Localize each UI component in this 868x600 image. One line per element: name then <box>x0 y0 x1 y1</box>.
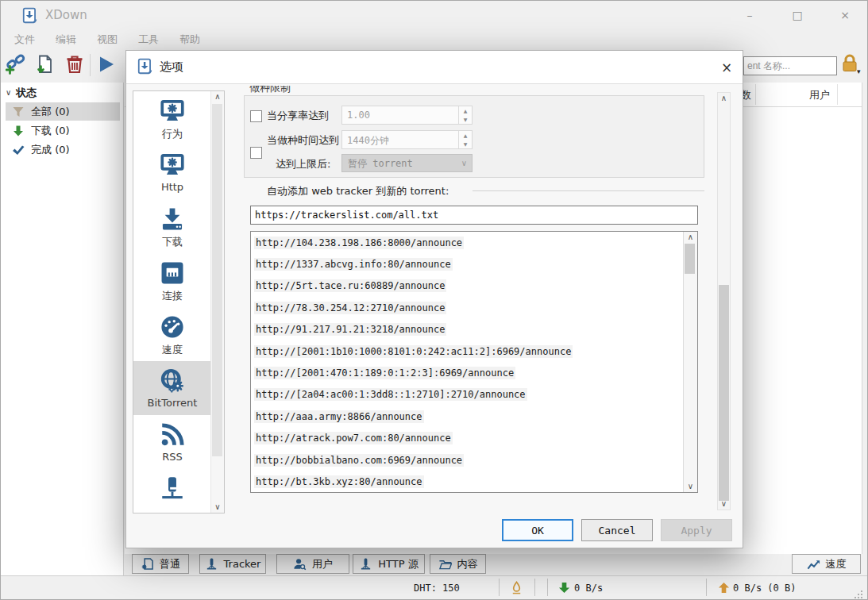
close-button[interactable]: × <box>827 1 863 29</box>
download-tray-icon <box>159 206 186 233</box>
seed-time-checkbox[interactable] <box>250 147 262 159</box>
http-source-icon <box>359 557 372 571</box>
tracker-row[interactable]: http://5rt.tace.ru:60889/announce <box>251 275 697 297</box>
gear-page-icon <box>141 557 154 571</box>
scrollbar-thumb[interactable] <box>685 244 695 274</box>
share-ratio-checkbox[interactable] <box>250 110 262 122</box>
options-nav: 行为 Http 下载 连接 速度 <box>133 90 225 513</box>
dht-status: DHT: 150 <box>414 583 460 594</box>
add-link-button[interactable] <box>6 54 28 76</box>
share-ratio-spinbox: 1.00 ▲▼ <box>341 106 473 125</box>
limit-action-label: 达到上限后: <box>276 157 330 171</box>
spin-down-icon: ▼ <box>459 140 472 148</box>
menu-help[interactable]: 帮助 <box>169 29 210 50</box>
window-title: XDown <box>45 8 87 22</box>
tracker-row[interactable]: http://[2a04:ac00:1:3dd8::1:2710]:2710/a… <box>251 384 697 406</box>
nav-http[interactable]: Http <box>133 145 211 199</box>
share-ratio-label: 当分享率达到 <box>267 109 329 123</box>
tracker-row[interactable]: http://atrack.pow7.com:80/announce <box>251 428 697 449</box>
dialog-close-button[interactable]: × <box>716 57 738 78</box>
spin-up-icon: ▲ <box>459 131 472 140</box>
tracker-list[interactable]: http://104.238.198.186:8000/announce htt… <box>250 231 698 493</box>
tab-http-source[interactable]: HTTP 源 <box>353 554 425 574</box>
start-button[interactable] <box>96 54 118 76</box>
folder-icon <box>438 557 452 571</box>
ok-button[interactable]: OK <box>502 519 573 541</box>
limit-action-dropdown: 暂停 torrent ∨ <box>341 154 473 172</box>
tracker-list-url-input[interactable] <box>250 206 698 225</box>
column-header-user[interactable]: 用户 <box>809 88 830 102</box>
nav-behavior[interactable]: 行为 <box>133 91 211 145</box>
nav-speed[interactable]: 速度 <box>133 307 211 361</box>
chevron-down-icon: ∨ <box>461 158 467 169</box>
tracker-row[interactable]: http://bobbialbano.com:6969/announce <box>251 449 697 471</box>
spin-buttons: ▲▼ <box>458 131 472 148</box>
menu-view[interactable]: 视图 <box>87 29 128 50</box>
gauge-icon <box>159 313 186 340</box>
download-arrow-icon <box>12 125 25 137</box>
tracker-row[interactable]: http://[2001:1b10:1000:8101:0:242:ac11:2… <box>251 340 697 362</box>
scroll-down-icon[interactable]: ∨ <box>211 502 224 513</box>
tracker-row[interactable]: http://[2001:470:1:189:0:1:2:3]:6969/ann… <box>251 362 697 383</box>
group-frame-line <box>473 190 704 191</box>
tab-peers[interactable]: 用户 <box>276 554 349 574</box>
proxy-server-icon <box>159 475 186 502</box>
upload-speed-icon <box>718 582 730 594</box>
speed-graph-button[interactable]: 速度 <box>792 554 861 574</box>
tracker-row[interactable]: http://aaa.army:8866/announce <box>251 406 697 427</box>
dialog-app-icon <box>137 58 154 75</box>
scroll-down-icon[interactable]: ∨ <box>684 481 697 492</box>
nav-connection[interactable]: 连接 <box>133 253 211 307</box>
minimize-button[interactable]: – <box>731 1 768 29</box>
delete-button[interactable] <box>64 54 87 76</box>
torrent-search-input[interactable] <box>743 56 837 75</box>
scroll-up-icon[interactable]: ∧ <box>684 232 697 243</box>
scroll-up-icon[interactable]: ∧ <box>718 93 730 104</box>
resize-grip[interactable] <box>854 590 863 599</box>
spin-down-icon: ▼ <box>459 115 472 124</box>
tracker-row[interactable]: http://1337.abcvg.info:80/announce <box>251 253 697 275</box>
status-tree-header[interactable]: ∨ 状态 <box>6 86 37 100</box>
maximize-button[interactable]: □ <box>779 1 816 29</box>
seed-time-spinbox: 1440分钟 ▲▼ <box>341 130 473 149</box>
xdown-window: XDown – □ × 文件 编辑 视图 工具 帮助 ▾ ∨ 状态 全部 (0)… <box>0 0 868 600</box>
menu-edit[interactable]: 编辑 <box>45 29 87 50</box>
sidebar-item-completed[interactable]: 完成 (0) <box>6 140 120 159</box>
nav-proxy[interactable] <box>133 469 211 513</box>
toolbar-separator <box>90 54 91 76</box>
cancel-button[interactable]: Cancel <box>581 519 653 541</box>
new-task-button[interactable] <box>34 54 56 76</box>
monitor-gear-icon <box>159 152 186 179</box>
menu-file[interactable]: 文件 <box>4 29 45 50</box>
nav-rss[interactable]: RSS <box>133 415 211 469</box>
filter-icon <box>12 106 25 118</box>
chevron-down-icon: ∨ <box>6 87 11 98</box>
tracker-row[interactable]: http://bt.3kb.xyz:80/announce <box>251 471 697 492</box>
ethernet-icon <box>159 260 186 287</box>
tab-tracker[interactable]: Tracker <box>199 554 266 574</box>
menu-tools[interactable]: 工具 <box>128 29 169 50</box>
tracker-row[interactable]: http://78.30.254.12:2710/announce <box>251 297 697 318</box>
nav-bittorrent[interactable]: BitTorrent <box>133 361 211 415</box>
upload-speed: 0 B/s (0 B) <box>733 583 796 594</box>
tab-content[interactable]: 内容 <box>430 554 486 574</box>
tracker-row[interactable]: http://91.217.91.21:3218/announce <box>251 319 697 340</box>
scrollbar-thumb[interactable] <box>719 285 729 501</box>
sidebar-item-all[interactable]: 全部 (0) <box>6 102 120 121</box>
tracker-list-scrollbar[interactable]: ∧ ∨ <box>683 232 697 492</box>
scroll-up-icon[interactable]: ∧ <box>211 91 224 102</box>
nav-scrollbar[interactable]: ∧ ∨ <box>210 91 224 513</box>
line-chart-icon <box>807 557 820 571</box>
spin-buttons: ▲▼ <box>458 106 472 124</box>
scroll-down-icon[interactable]: ∨ <box>718 498 730 510</box>
options-scrollbar[interactable]: ∧ ∨ <box>717 92 731 510</box>
monitor-gear-icon <box>159 98 186 125</box>
menu-bar: 文件 编辑 视图 工具 帮助 <box>4 29 210 50</box>
dialog-title: 选项 <box>160 60 183 75</box>
seed-time-label: 当做种时间达到 <box>267 133 339 148</box>
tab-general[interactable]: 普通 <box>132 554 189 574</box>
tracker-row[interactable]: http://104.238.198.186:8000/announce <box>251 232 697 253</box>
sidebar-item-downloading[interactable]: 下载 (0) <box>6 121 120 140</box>
nav-download[interactable]: 下载 <box>133 199 211 253</box>
lock-caret-icon: ▾ <box>857 67 861 75</box>
